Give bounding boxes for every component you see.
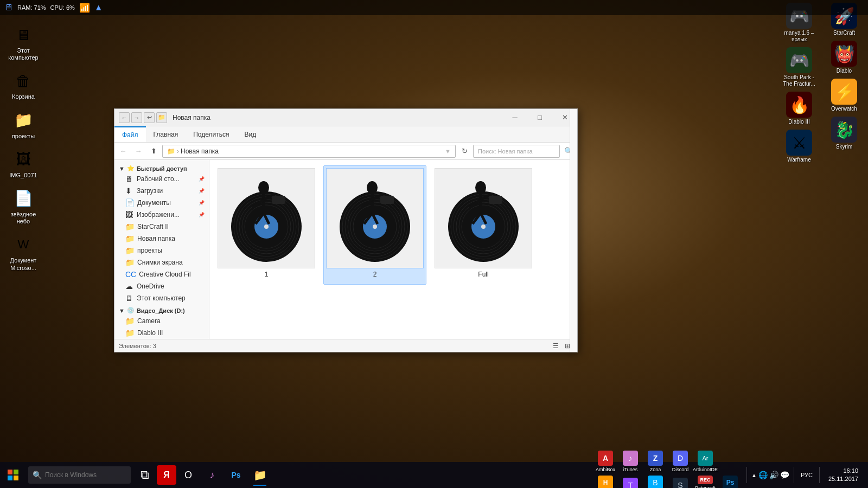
taskbar-clock[interactable]: 16:10 25.11.2017 <box>824 467 863 484</box>
sidebar-item-thispc[interactable]: 🖥 Этот компьютер <box>114 292 209 304</box>
sidebar-item-diablo3f[interactable]: 📁 Diablo III <box>114 327 209 339</box>
tray-zona[interactable]: Z Zona <box>643 448 667 474</box>
documents-icon-sidebar: 📄 <box>125 198 135 207</box>
quick-access-text: Быстрый доступ <box>137 165 187 172</box>
taskbar-yandex[interactable]: Я <box>157 465 176 485</box>
desktop: 🖥 RAM: 71% CPU: 6% 📶 ▲ 🖥 Этот компьютер … <box>0 0 868 488</box>
sidebar-item-downloads[interactable]: ⬇ Загрузки 📌 <box>114 185 209 197</box>
tab-file[interactable]: Файл <box>114 126 146 142</box>
sidebar-item-creativecloud[interactable]: CC Creative Cloud Fil <box>114 268 209 280</box>
tray-steam[interactable]: S Steam <box>668 476 692 488</box>
desktop-icon-recycle[interactable]: 🗑 Корзина <box>3 68 44 102</box>
file-name-1: 1 <box>265 271 269 278</box>
desktop-icon-computer[interactable]: 🖥 Этот компьютер <box>3 22 44 63</box>
quick-access-arrow: ▼ <box>119 165 125 172</box>
sidebar-projects-label: проекты <box>137 247 162 254</box>
tray-arduino[interactable]: Ar ArduinoIDE <box>693 448 717 474</box>
notifications-icon[interactable]: 💬 <box>780 471 789 479</box>
discord-icon: D <box>673 451 688 466</box>
tray-discord[interactable]: D Discord <box>668 448 692 474</box>
start-button[interactable] <box>0 462 26 488</box>
tab-share[interactable]: Поделиться <box>186 126 237 142</box>
tray-blizzard[interactable]: B Приложение Blizzard <box>643 476 667 488</box>
desktop-icon-docword[interactable]: W Документ Microsо... <box>3 232 44 273</box>
tray-ambibox[interactable]: A AmbiBox <box>593 448 617 474</box>
sidebar-item-screenshots[interactable]: 📁 Снимки экрана <box>114 256 209 268</box>
tray-row-bottom: H LogMein Hamachi T Twitch B Приложение … <box>593 476 742 488</box>
desktop-icon-zvezdnoe[interactable]: 📄 звёздное небо <box>3 185 44 227</box>
tray-logmein[interactable]: H LogMein Hamachi <box>593 476 617 488</box>
desktop-icon-skyrim[interactable]: 🐉 Skyrim <box>826 117 863 150</box>
desktop-icon-overwatch[interactable]: ⚡ Overwatch <box>826 79 863 112</box>
refresh-button[interactable]: ↻ <box>458 145 471 158</box>
sidebar-item-desktop[interactable]: 🖥 Рабочий сто... 📌 <box>114 173 209 185</box>
tab-home[interactable]: Главная <box>146 126 186 142</box>
back-button[interactable]: ← <box>119 112 130 123</box>
undo-button[interactable]: ↩ <box>144 112 155 123</box>
taskbar-search-input[interactable] <box>45 471 126 479</box>
taskbar-explorer[interactable]: 📁 <box>248 463 272 487</box>
nav-up-button[interactable]: ⬆ <box>147 145 160 158</box>
sidebar-camera-label: Camera <box>137 317 161 325</box>
itunes-label: iTunes <box>623 467 638 472</box>
tray-itunes[interactable]: ♪ iTunes <box>618 448 642 474</box>
taskbar-itunes[interactable]: ♪ <box>200 463 224 487</box>
forward-button[interactable]: → <box>131 112 142 123</box>
search-box[interactable]: Поиск: Новая папка <box>473 145 560 158</box>
nav-back-button[interactable]: ← <box>117 145 130 158</box>
sidebar-item-documents[interactable]: 📄 Документы 📌 <box>114 197 209 209</box>
taskbar-search-container[interactable]: 🔍 <box>28 466 131 484</box>
diablo-label: Diablo <box>837 68 852 74</box>
show-hidden-icon[interactable]: ▲ <box>751 472 757 478</box>
windows-logo-icon <box>8 470 18 480</box>
tab-view[interactable]: Вид <box>237 126 264 142</box>
task-view-button[interactable]: ⧉ <box>133 463 157 487</box>
arduino-icon: Ar <box>698 451 713 466</box>
screenshots-icon-sidebar: 📁 <box>125 258 135 267</box>
desktop-icon-southpark[interactable]: 🎮 South Park - The Fractur... <box>781 47 818 87</box>
videodisk-header[interactable]: ▼ 💿 Видео_Диск (D:) <box>114 304 209 315</box>
top-system-bar: 🖥 RAM: 71% CPU: 6% 📶 ▲ <box>0 0 868 15</box>
sidebar-item-onedrive[interactable]: ☁ OneDrive <box>114 280 209 292</box>
quick-access-header[interactable]: ▼ ⭐ Быстрый доступ <box>114 162 209 173</box>
desktop-icon-sidebar: 🖥 <box>125 175 134 183</box>
computer-label: Этот компьютер <box>5 47 42 61</box>
file-item-2[interactable]: 2 <box>323 165 426 285</box>
address-dropdown-icon[interactable]: ▼ <box>445 148 451 155</box>
file-item-1[interactable]: 1 <box>215 165 318 285</box>
desktop-icon-projects[interactable]: 📁 проекты <box>3 107 44 142</box>
tray-adobeps[interactable]: Ps Adobe Photosh... <box>718 476 742 488</box>
file-thumbnail-2 <box>326 168 424 268</box>
explorer-addressbar: ← → ⬆ 📁 › Новая папка ▼ ↻ Поиск: Новая п… <box>114 143 577 160</box>
nav-forward-button[interactable]: → <box>132 145 145 158</box>
steam-icon: S <box>673 478 688 488</box>
minimize-button[interactable]: ─ <box>502 109 527 126</box>
sidebar-item-camera[interactable]: 📁 Camera <box>114 315 209 327</box>
file-name-full: Full <box>478 271 488 278</box>
sidebar-item-projects[interactable]: 📁 проекты <box>114 245 209 256</box>
view-list-button[interactable]: ☰ <box>550 341 561 351</box>
warframe-label: Warframe <box>787 157 811 163</box>
desktop-icon-diablo[interactable]: 👹 Diablo <box>826 41 863 74</box>
sidebar-item-novpapka[interactable]: 📁 Новая папка <box>114 233 209 245</box>
desktop-icon-warframe[interactable]: ⚔ Warframe <box>781 130 818 163</box>
lang-indicator[interactable]: РУС <box>799 472 815 478</box>
sidebar-novpapka-label: Новая папка <box>137 235 175 242</box>
file-thumbnail-1 <box>218 168 315 268</box>
sidebar-documents-label: Документы <box>137 199 171 207</box>
sidebar-thispc-label: Этот компьютер <box>137 294 186 302</box>
maximize-button[interactable]: □ <box>527 109 552 126</box>
file-item-full[interactable]: Full <box>432 165 535 285</box>
tray-patonsoft[interactable]: REC Patonsoft MP3 Aud... <box>693 476 717 488</box>
sidebar-item-starcraft2[interactable]: 📁 StarCraft II <box>114 221 209 233</box>
taskbar-photoshop[interactable]: Ps <box>224 463 248 487</box>
sidebar-item-images[interactable]: 🖼 Изображени... 📌 <box>114 209 209 221</box>
address-bar[interactable]: 📁 › Новая папка ▼ <box>162 145 456 158</box>
scrollbar[interactable] <box>570 160 577 339</box>
tray-twitch[interactable]: T Twitch <box>618 476 642 488</box>
desktop-icon-img[interactable]: 🖼 IMG_0071 <box>3 146 44 181</box>
zona-label: Zona <box>650 467 661 472</box>
desktop-icon-diablo3[interactable]: 🔥 Diablo III <box>781 92 818 125</box>
taskbar-opera[interactable]: O <box>176 463 200 487</box>
overwatch-label: Overwatch <box>831 106 857 112</box>
